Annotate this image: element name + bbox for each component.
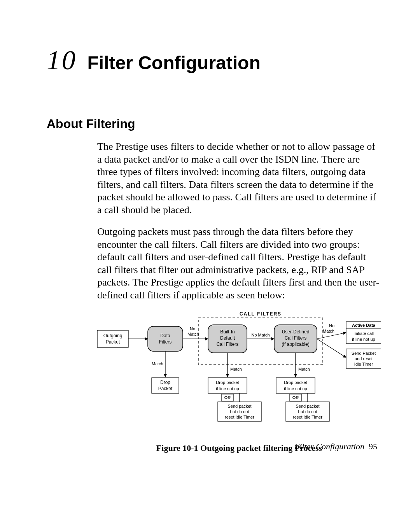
label-match-2: Match: [230, 367, 242, 372]
box-or-1: OR: [222, 394, 233, 401]
box-or-2-text: OR: [292, 395, 299, 400]
diagram-svg: CALL FILTERS Outgoing Packet Data Filter…: [97, 311, 381, 435]
box-snr2-line3: reset Idle Timer: [293, 415, 322, 419]
box-user-defined: User-Defined Call Filters (if applicable…: [274, 325, 317, 353]
body-block: The Prestige uses filters to decide whet…: [97, 140, 381, 301]
box-or-1-text: OR: [224, 395, 231, 400]
box-drop-not-up-1-line1: Drop packet: [216, 380, 239, 385]
paragraph-1: The Prestige uses filters to decide whet…: [97, 140, 381, 216]
chapter-title-text: Filter Configuration: [87, 54, 260, 72]
figure: CALL FILTERS Outgoing Packet Data Filter…: [97, 311, 381, 453]
diagram-header: CALL FILTERS: [240, 311, 282, 317]
paragraph-2: Outgoing packets must pass through the d…: [97, 226, 381, 301]
svg-rect-1: [148, 326, 183, 351]
arrow-userdef-to-active: [317, 333, 346, 339]
label-no-match-1b: Match: [187, 332, 199, 336]
footer-text: Filter Configuration: [294, 442, 364, 451]
box-data-filters-line2: Filters: [159, 339, 172, 345]
label-no-match-1a: No: [190, 326, 195, 331]
box-or-2: OR: [290, 394, 301, 401]
section-heading: About Filtering: [47, 117, 377, 131]
box-builtin-line3: Call Filters: [217, 342, 239, 347]
box-send-reset-line2: and reset: [355, 356, 373, 361]
box-active-data-line2: if line not up: [352, 337, 375, 342]
box-snr2-line2: but do not: [298, 409, 317, 414]
label-match-3: Match: [298, 367, 310, 372]
box-data-filters: Data Filters: [148, 326, 183, 351]
box-outgoing-packet: Outgoing Packet: [97, 330, 128, 347]
box-drop-not-up-2: Drop packet if line not up: [276, 378, 315, 393]
box-send-no-reset-2: Send packet but do not reset Idle Timer: [286, 402, 329, 421]
box-send-reset-line1: Send Packet: [352, 351, 376, 356]
box-drop-line2: Packet: [158, 386, 173, 391]
label-no-match-2: No Match: [251, 333, 270, 337]
box-send-no-reset-1: Send packet but do not reset Idle Timer: [218, 402, 261, 421]
box-data-filters-line1: Data: [160, 333, 170, 338]
box-drop-not-up-1: Drop packet if line not up: [208, 378, 247, 393]
box-snr1-line3: reset Idle Timer: [225, 415, 254, 419]
box-userdef-line2: Call Filters: [285, 335, 307, 341]
box-builtin-line2: Default: [220, 335, 235, 341]
box-drop-not-up-2-line2: if line not up: [284, 386, 307, 391]
label-no-match-3b: Match: [323, 329, 334, 333]
box-userdef-line1: User-Defined: [282, 329, 310, 335]
arrow-userdef-to-sendreset: [317, 339, 346, 358]
box-active-data: Active Data Initiate call if line not up: [346, 322, 381, 344]
box-active-data-line1: Initiate call: [354, 331, 374, 336]
box-outgoing-packet-line1: Outgoing: [103, 333, 122, 338]
footer-page: 95: [369, 442, 377, 451]
box-send-reset: Send Packet and reset Idle Timer: [346, 349, 381, 368]
label-no-match-3a: No: [329, 323, 334, 328]
box-drop-line1: Drop: [160, 380, 170, 385]
box-userdef-line3: (if applicable): [282, 342, 309, 347]
box-send-reset-line3: Idle Timer: [354, 362, 373, 366]
box-drop-not-up-1-line2: if line not up: [216, 386, 239, 391]
box-outgoing-packet-line2: Packet: [106, 339, 120, 345]
page: 10 Filter Configuration About Filtering …: [0, 0, 420, 510]
box-builtin-line1: Built-In: [220, 329, 234, 335]
chapter-title: 10 Filter Configuration: [47, 47, 377, 74]
page-footer: Filter Configuration 95: [294, 442, 377, 452]
label-match-1: Match: [152, 361, 163, 366]
box-active-data-header: Active Data: [352, 323, 376, 328]
box-drop-not-up-2-line1: Drop packet: [284, 380, 307, 385]
chapter-number: 10: [47, 47, 77, 74]
box-snr2-line1: Send packet: [296, 404, 319, 408]
box-drop-packet: Drop Packet: [152, 378, 179, 393]
box-builtin-default: Built-In Default Call Filters: [208, 325, 247, 353]
box-snr1-line1: Send packet: [228, 404, 251, 408]
box-snr1-line2: but do not: [230, 409, 249, 414]
